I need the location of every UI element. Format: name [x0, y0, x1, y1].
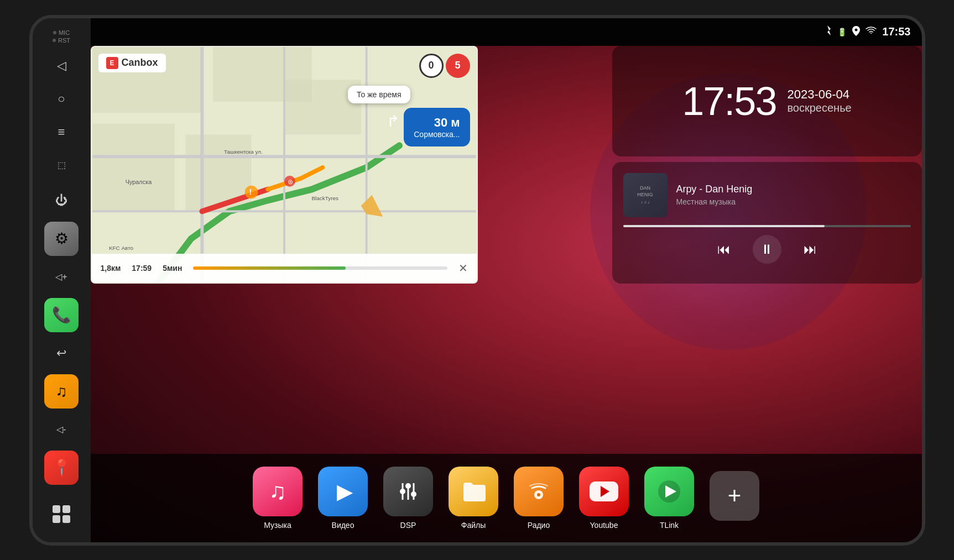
- canbox-logo-icon: E: [106, 57, 118, 69]
- music-progress-fill: [623, 225, 825, 227]
- map-nav-distance: 30 м: [414, 116, 460, 130]
- map-bottom-bar: 1,8км 17:59 5мин ✕: [92, 254, 477, 282]
- mic-label: MIC: [53, 29, 70, 36]
- files-app-label: Файлы: [461, 521, 486, 530]
- home-button[interactable]: ○: [49, 87, 74, 111]
- volume-up-button[interactable]: ◁+: [49, 265, 74, 289]
- menu-button[interactable]: ≡: [49, 120, 74, 144]
- svg-text:⊛: ⊛: [287, 177, 293, 185]
- map-nav-badge: 30 м Сормовска...: [404, 108, 470, 146]
- current-speed-badge: 0: [419, 54, 444, 78]
- svg-text:!: !: [249, 187, 252, 196]
- clock-date-info: 2023-06-04 воскресенье: [787, 87, 851, 114]
- music-source: Местная музыка: [676, 197, 911, 206]
- bluetooth-icon: [823, 25, 832, 39]
- location-icon: [852, 26, 860, 38]
- radio-app-icon[interactable]: [514, 467, 564, 516]
- bg-area: Чуралска Ташкентска ул. KFC Авто BlackTy…: [91, 46, 922, 542]
- map-duration: 5мин: [163, 264, 182, 273]
- return-button[interactable]: ↩: [49, 341, 74, 365]
- svg-point-27: [537, 493, 540, 496]
- svg-rect-0: [53, 505, 60, 513]
- svg-rect-8: [92, 123, 175, 211]
- svg-point-4: [855, 28, 858, 31]
- svg-text:Чуралска: Чуралска: [125, 178, 152, 185]
- canbox-logo: E Canbox: [98, 54, 166, 72]
- dock-item-video[interactable]: ▶ Видео: [318, 467, 368, 530]
- canbox-brand-text: Canbox: [122, 57, 158, 69]
- sidebar-top: MIC RST: [53, 29, 70, 44]
- wifi-icon: [866, 27, 877, 38]
- svg-text:KFC Авто: KFC Авто: [108, 244, 133, 250]
- clock-day: воскресенье: [787, 102, 851, 114]
- svg-text:Ташкентска ул.: Ташкентска ул.: [224, 149, 263, 155]
- battery-icon: 🔋: [837, 28, 847, 36]
- status-time: 17:53: [882, 25, 910, 38]
- tlink-app-label: TLink: [660, 521, 679, 530]
- music-info: Аrру - Dan Henig Местная музыка: [676, 184, 911, 206]
- map-nav-street: Сормовска...: [414, 130, 460, 139]
- power-button[interactable]: ⏻: [49, 189, 74, 213]
- maps-app-icon[interactable]: 📍: [44, 451, 79, 485]
- map-progress-bar: [193, 266, 447, 270]
- radio-app-label: Радио: [528, 521, 550, 530]
- svg-text:BlackTyres: BlackTyres: [311, 195, 338, 201]
- speed-limit-badge: 5: [446, 54, 470, 78]
- dock-item-dsp[interactable]: DSP: [383, 467, 433, 530]
- music-sidebar-app-icon[interactable]: ♫: [44, 374, 79, 409]
- add-app-icon[interactable]: +: [710, 471, 759, 521]
- album-art-inner: DANHENIG♪ ♫ ♩: [623, 173, 668, 217]
- dock-item-add[interactable]: +: [710, 471, 759, 525]
- svg-rect-1: [62, 505, 70, 513]
- rst-label: RST: [53, 37, 70, 44]
- map-progress-fill: [193, 266, 345, 270]
- map-tooltip: То же время: [348, 86, 410, 103]
- map-nav-arrow: ↱: [387, 112, 399, 130]
- screenshot-button[interactable]: ⬚: [49, 153, 74, 177]
- map-widget[interactable]: Чуралска Ташкентска ул. KFC Авто BlackTy…: [91, 46, 478, 284]
- phone-app-icon[interactable]: 📞: [44, 298, 79, 332]
- files-app-icon[interactable]: [449, 467, 498, 516]
- dock-item-youtube[interactable]: Youtube: [579, 467, 629, 530]
- svg-rect-2: [53, 515, 60, 523]
- music-prev-button[interactable]: ⏮: [717, 242, 731, 257]
- app-dock: ♫ Музыка ▶ Видео: [91, 454, 922, 542]
- svg-rect-3: [62, 515, 70, 523]
- video-app-icon[interactable]: ▶: [318, 467, 368, 516]
- map-distance: 1,8км: [101, 264, 121, 273]
- music-icon: ♫: [269, 478, 286, 505]
- volume-down-button[interactable]: ◁-: [49, 417, 74, 442]
- settings-app-icon[interactable]: ⚙: [44, 222, 79, 256]
- youtube-play-icon: [588, 480, 619, 503]
- music-track: Аrру - Dan Henig: [676, 184, 911, 195]
- dock-item-radio[interactable]: Радио: [514, 467, 564, 530]
- all-apps-button[interactable]: [44, 497, 79, 531]
- music-app-label: Музыка: [264, 521, 291, 530]
- tlink-app-icon[interactable]: [644, 467, 694, 516]
- music-top: DANHENIG♪ ♫ ♩ Аrру - Dan Henig Местная м…: [623, 173, 911, 217]
- dsp-app-icon[interactable]: [383, 467, 433, 516]
- youtube-app-icon[interactable]: [579, 467, 629, 516]
- clock-widget: 17:53 2023-06-04 воскресенье: [612, 46, 922, 156]
- speed-badges: 0 5: [419, 54, 470, 78]
- dsp-equalizer-icon: [394, 478, 422, 505]
- dsp-app-label: DSP: [400, 521, 416, 530]
- video-app-label: Видео: [332, 521, 355, 530]
- music-progress-bar[interactable]: [623, 225, 911, 227]
- clock-time: 17:53: [682, 78, 776, 124]
- clock-date: 2023-06-04: [787, 87, 849, 102]
- music-next-button[interactable]: ⏭: [804, 242, 817, 257]
- back-button[interactable]: ◁: [49, 54, 74, 78]
- music-controls: ⏮ ⏸ ⏭: [623, 235, 911, 264]
- video-play-icon: ▶: [337, 479, 353, 504]
- map-close-button[interactable]: ✕: [458, 261, 468, 275]
- dock-item-files[interactable]: Файлы: [449, 467, 498, 530]
- album-art: DANHENIG♪ ♫ ♩: [623, 173, 668, 217]
- music-app-icon[interactable]: ♫: [253, 467, 303, 516]
- dock-item-music[interactable]: ♫ Музыка: [253, 467, 303, 530]
- dock-item-tlink[interactable]: TLink: [644, 467, 694, 530]
- music-pause-button[interactable]: ⏸: [753, 235, 781, 264]
- files-folder-icon: [459, 477, 488, 506]
- status-icons: 🔋 17:53: [823, 25, 910, 39]
- main-content: 🔋 17:53: [91, 18, 922, 542]
